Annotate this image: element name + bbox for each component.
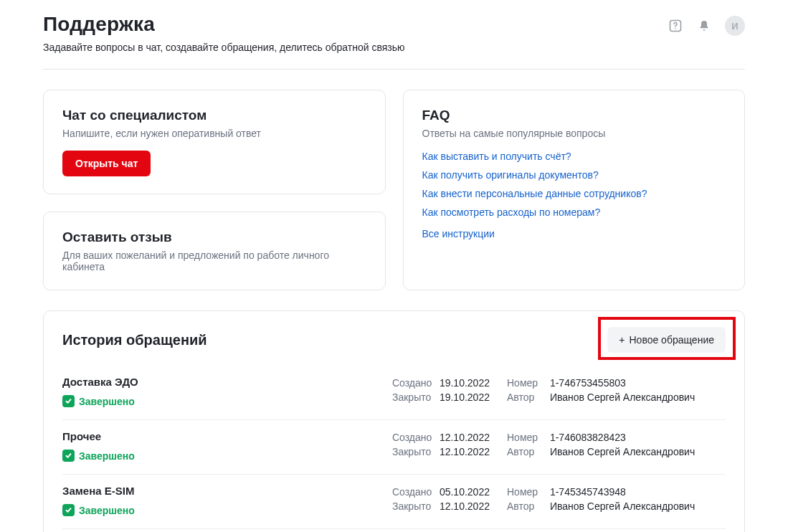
faq-all-link[interactable]: Все инструкции bbox=[422, 228, 726, 239]
author-value: Иванов Сергей Александрович bbox=[550, 500, 695, 512]
number-label: Номер bbox=[507, 376, 547, 390]
faq-link[interactable]: Как внести персональные данные сотрудник… bbox=[422, 188, 726, 199]
page-title: Поддержка bbox=[43, 13, 155, 36]
ticket-row[interactable]: ПрочееЗавершеноСоздано 12.10.2022Закрыто… bbox=[62, 420, 726, 475]
ticket-title: Замена E-SIM bbox=[62, 485, 392, 497]
faq-link[interactable]: Как посмотреть расходы по номерам? bbox=[422, 206, 726, 218]
avatar[interactable]: И bbox=[725, 16, 745, 36]
faq-link[interactable]: Как выставить и получить счёт? bbox=[422, 151, 726, 162]
number-value: 1-745345743948 bbox=[550, 486, 626, 498]
history-title: История обращений bbox=[62, 332, 207, 348]
header-icons: И bbox=[668, 16, 745, 36]
author-value: Иванов Сергей Александрович bbox=[550, 391, 695, 403]
history-card: История обращений + Новое обращение Дост… bbox=[43, 310, 745, 532]
author-label: Автор bbox=[507, 499, 547, 513]
bell-icon[interactable] bbox=[696, 18, 712, 34]
feedback-card[interactable]: Оставить отзыв Для ваших пожеланий и пре… bbox=[43, 212, 386, 290]
closed-label: Закрыто bbox=[392, 390, 437, 404]
created-value: 05.10.2022 bbox=[440, 486, 490, 498]
status-text: Завершено bbox=[79, 450, 135, 462]
faq-card-subtitle: Ответы на самые популярные вопросы bbox=[422, 128, 726, 139]
number-label: Номер bbox=[507, 430, 547, 445]
feedback-card-subtitle: Для ваших пожеланий и предложений по раб… bbox=[62, 250, 366, 272]
check-icon bbox=[62, 395, 75, 407]
closed-value: 19.10.2022 bbox=[440, 391, 490, 403]
open-chat-button[interactable]: Открыть чат bbox=[62, 151, 151, 176]
status-text: Завершено bbox=[79, 505, 135, 516]
closed-label: Закрыто bbox=[392, 445, 437, 459]
chat-card-title: Чат со специалистом bbox=[62, 108, 366, 123]
ticket-title: Доставка ЭДО bbox=[62, 376, 392, 388]
faq-card: FAQ Ответы на самые популярные вопросы К… bbox=[403, 90, 746, 290]
created-label: Создано bbox=[392, 485, 437, 499]
help-icon[interactable] bbox=[668, 18, 683, 34]
created-value: 12.10.2022 bbox=[440, 432, 490, 443]
author-label: Автор bbox=[507, 445, 547, 459]
closed-value: 12.10.2022 bbox=[440, 446, 490, 457]
number-label: Номер bbox=[507, 485, 547, 499]
status-badge: Завершено bbox=[62, 450, 135, 462]
new-ticket-label: Новое обращение bbox=[629, 334, 714, 346]
created-label: Создано bbox=[392, 376, 437, 390]
status-text: Завершено bbox=[79, 396, 135, 407]
number-value: 1-746753455803 bbox=[550, 377, 626, 389]
chat-card: Чат со специалистом Напишите, если нужен… bbox=[43, 90, 386, 194]
number-value: 1-746083828423 bbox=[550, 432, 626, 443]
ticket-title: Прочее bbox=[62, 430, 392, 442]
status-badge: Завершено bbox=[62, 395, 135, 407]
chat-card-subtitle: Напишите, если нужен оперативный ответ bbox=[62, 128, 366, 139]
divider bbox=[43, 69, 745, 70]
ticket-row[interactable]: Замена E-SIMЗавершеноСоздано 05.10.2022З… bbox=[62, 475, 726, 529]
faq-card-title: FAQ bbox=[422, 108, 726, 123]
author-value: Иванов Сергей Александрович bbox=[550, 446, 695, 457]
author-label: Автор bbox=[507, 390, 547, 404]
created-label: Создано bbox=[392, 430, 437, 445]
check-icon bbox=[62, 450, 75, 462]
closed-label: Закрыто bbox=[392, 499, 437, 513]
ticket-row[interactable]: Доставка ЭДОЗавершеноСоздано 19.10.2022З… bbox=[62, 366, 726, 420]
faq-link[interactable]: Как получить оригиналы документов? bbox=[422, 169, 726, 181]
svg-point-1 bbox=[675, 28, 676, 29]
created-value: 19.10.2022 bbox=[440, 377, 490, 389]
new-ticket-button[interactable]: + Новое обращение bbox=[607, 327, 726, 353]
closed-value: 12.10.2022 bbox=[440, 500, 490, 512]
plus-icon: + bbox=[619, 334, 625, 346]
check-icon bbox=[62, 504, 75, 516]
feedback-card-title: Оставить отзыв bbox=[62, 229, 366, 245]
page-subtitle: Задавайте вопросы в чат, создавайте обра… bbox=[43, 42, 745, 53]
status-badge: Завершено bbox=[62, 504, 135, 516]
